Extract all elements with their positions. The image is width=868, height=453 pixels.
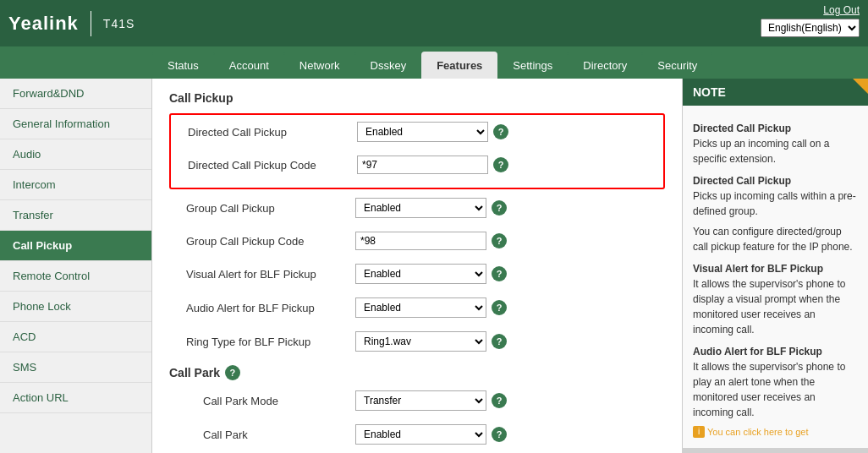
sidebar: Forward&DND General Information Audio In… <box>0 79 152 453</box>
call-park-control: Enabled Disabled ? <box>355 424 507 445</box>
logo-model: T41S <box>103 17 135 30</box>
note-desc-2: Picks up incoming calls within a pre-def… <box>693 188 858 219</box>
call-park-mode-control: Transfer Call Hold ? <box>355 390 507 411</box>
sidebar-item-transfer[interactable]: Transfer <box>0 200 151 231</box>
ring-type-blf-label: Ring Type for BLF Pickup <box>169 336 355 348</box>
group-call-pickup-select[interactable]: Enabled Disabled <box>355 198 486 218</box>
note-desc-4: It allows the supervisor's phone to disp… <box>693 276 858 337</box>
note-corner-triangle <box>853 79 868 94</box>
directed-call-pickup-select[interactable]: Enabled Disabled <box>357 122 488 142</box>
note-link-icon: i <box>693 426 705 438</box>
tab-directory[interactable]: Directory <box>568 52 642 79</box>
logout-link[interactable]: Log Out <box>823 4 860 16</box>
note-header: NOTE <box>683 79 868 106</box>
sidebar-item-phone-lock[interactable]: Phone Lock <box>0 292 151 322</box>
sidebar-item-acd[interactable]: ACD <box>0 322 151 352</box>
sidebar-item-action-url[interactable]: Action URL <box>0 383 151 413</box>
sidebar-item-call-pickup[interactable]: Call Pickup <box>0 231 151 261</box>
group-call-pickup-help-icon[interactable]: ? <box>492 200 507 216</box>
content-area: Call Pickup Directed Call Pickup Enabled… <box>152 79 682 453</box>
note-term-4: Audio Alert for BLF Pickup <box>693 344 858 359</box>
tab-account[interactable]: Account <box>214 52 284 79</box>
ring-type-blf-help-icon[interactable]: ? <box>492 334 507 349</box>
nav-tabs: Status Account Network Dsskey Features S… <box>0 46 868 79</box>
visual-alert-blf-select[interactable]: Enabled Disabled <box>355 264 486 284</box>
visual-alert-blf-row: Visual Alert for BLF Pickup Enabled Disa… <box>169 260 665 287</box>
note-link[interactable]: i You can click here to get <box>693 425 858 439</box>
highlighted-fields-box: Directed Call Pickup Enabled Disabled ? … <box>169 113 665 189</box>
group-call-pickup-row: Group Call Pickup Enabled Disabled ? <box>169 194 665 221</box>
audio-alert-blf-select[interactable]: Enabled Disabled <box>355 297 486 318</box>
group-call-pickup-code-help-icon[interactable]: ? <box>492 233 507 248</box>
note-link-text: You can click here to get <box>707 425 808 439</box>
sidebar-item-sms[interactable]: SMS <box>0 352 151 383</box>
call-park-title-text: Call Park <box>169 366 220 379</box>
main-layout: Forward&DND General Information Audio In… <box>0 79 868 453</box>
tab-features[interactable]: Features <box>421 52 497 79</box>
directed-call-pickup-code-control: ? <box>357 156 508 174</box>
ring-type-blf-select[interactable]: Ring1.wav <box>355 331 486 352</box>
tab-dsskey[interactable]: Dsskey <box>355 52 422 79</box>
audio-alert-blf-row: Audio Alert for BLF Pickup Enabled Disab… <box>169 294 665 321</box>
directed-call-pickup-label: Directed Call Pickup <box>171 126 357 139</box>
call-park-mode-row: Call Park Mode Transfer Call Hold ? <box>169 387 665 414</box>
tab-settings[interactable]: Settings <box>497 52 568 79</box>
ring-type-blf-row: Ring Type for BLF Pickup Ring1.wav ? <box>169 328 665 355</box>
directed-call-pickup-code-label: Directed Call Pickup Code <box>171 159 357 172</box>
audio-alert-blf-control: Enabled Disabled ? <box>355 297 507 318</box>
note-panel-wrapper: NOTE Directed Call Pickup Picks up an in… <box>682 79 868 453</box>
call-park-mode-select[interactable]: Transfer Call Hold <box>355 390 486 411</box>
group-call-pickup-code-row: Group Call Pickup Code ? <box>169 228 665 254</box>
note-panel: NOTE Directed Call Pickup Picks up an in… <box>682 79 868 448</box>
sidebar-item-intercom[interactable]: Intercom <box>0 170 151 200</box>
directed-call-pickup-code-help-icon[interactable]: ? <box>493 157 508 172</box>
audio-alert-blf-label: Audio Alert for BLF Pickup <box>169 302 355 314</box>
call-park-row: Call Park Enabled Disabled ? <box>169 421 665 448</box>
call-park-label: Call Park <box>169 428 355 441</box>
tab-security[interactable]: Security <box>642 52 712 79</box>
directed-call-pickup-row: Directed Call Pickup Enabled Disabled ? <box>171 118 663 145</box>
logo-text: Yealink <box>8 13 79 35</box>
note-term-3: Visual Alert for BLF Pickup <box>693 261 858 276</box>
sidebar-item-remote-control[interactable]: Remote Control <box>0 261 151 292</box>
top-right: Log Out English(English) <box>761 4 860 37</box>
directed-call-pickup-code-row: Directed Call Pickup Code ? <box>171 152 663 177</box>
sidebar-item-general-information[interactable]: General Information <box>0 109 151 139</box>
call-park-help-icon2[interactable]: ? <box>492 427 507 442</box>
ring-type-blf-control: Ring1.wav ? <box>355 331 507 352</box>
group-call-pickup-code-label: Group Call Pickup Code <box>169 235 355 248</box>
directed-call-pickup-code-input[interactable] <box>357 156 488 174</box>
sidebar-item-forward-dnd[interactable]: Forward&DND <box>0 79 151 109</box>
logo: Yealink T41S <box>8 11 135 36</box>
tab-status[interactable]: Status <box>152 52 214 79</box>
sidebar-item-audio[interactable]: Audio <box>0 139 151 170</box>
tab-network[interactable]: Network <box>284 52 355 79</box>
call-park-help-icon[interactable]: ? <box>225 365 240 380</box>
call-park-mode-help-icon[interactable]: ? <box>492 393 507 408</box>
group-call-pickup-code-input[interactable] <box>355 232 486 250</box>
note-desc-1: Picks up an incoming call on a specific … <box>693 136 858 166</box>
audio-alert-blf-help-icon[interactable]: ? <box>492 300 507 315</box>
note-term-1: Directed Call Pickup <box>693 121 858 136</box>
note-desc-3: You can configure directed/group call pi… <box>693 224 858 254</box>
note-term-2: Directed Call Pickup <box>693 173 858 188</box>
logo-divider <box>91 11 91 36</box>
visual-alert-blf-control: Enabled Disabled ? <box>355 264 507 284</box>
call-park-select[interactable]: Enabled Disabled <box>355 424 486 445</box>
visual-alert-blf-label: Visual Alert for BLF Pickup <box>169 268 355 281</box>
directed-call-pickup-help-icon[interactable]: ? <box>493 124 508 139</box>
group-call-pickup-code-control: ? <box>355 232 507 250</box>
directed-call-pickup-control: Enabled Disabled ? <box>357 122 508 142</box>
call-pickup-title: Call Pickup <box>169 91 665 105</box>
group-call-pickup-control: Enabled Disabled ? <box>355 198 507 218</box>
visual-alert-blf-help-icon[interactable]: ? <box>492 266 507 281</box>
group-call-pickup-label: Group Call Pickup <box>169 202 355 215</box>
note-content: Directed Call Pickup Picks up an incomin… <box>683 106 868 448</box>
call-park-title: Call Park ? <box>169 365 665 380</box>
language-select[interactable]: English(English) <box>761 19 860 37</box>
header: Yealink T41S Log Out English(English) <box>0 0 868 46</box>
call-park-mode-label: Call Park Mode <box>169 395 355 407</box>
note-desc-5: It allows the supervisor's phone to play… <box>693 359 858 420</box>
